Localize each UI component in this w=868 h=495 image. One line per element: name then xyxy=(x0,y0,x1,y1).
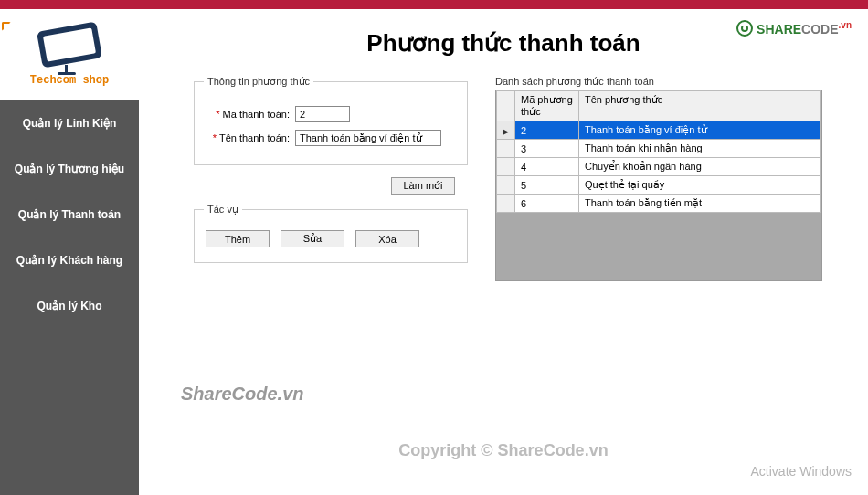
sidebar-item-thanh-toan[interactable]: Quản lý Thanh toán xyxy=(0,192,139,237)
page-title: Phương thức thanh toán xyxy=(157,29,850,58)
info-legend: Thông tin phương thức xyxy=(204,76,313,88)
grid-wrap: Mã phương thức Tên phương thức ▶2Thanh t… xyxy=(495,90,822,281)
cell-name[interactable]: Thanh toán bằng ví điện tử xyxy=(579,121,821,140)
row-header-cell[interactable] xyxy=(497,176,515,195)
label-code: * Mã thanh toán: xyxy=(204,109,295,120)
cell-code[interactable]: 2 xyxy=(515,121,579,140)
table-row[interactable]: 3Thanh toán khi nhận hàng xyxy=(497,140,821,158)
cell-code[interactable]: 4 xyxy=(515,158,579,176)
watermark-copyright: Copyright © ShareCode.vn xyxy=(398,441,608,460)
cell-name[interactable]: Chuyển khoản ngân hàng xyxy=(579,158,821,176)
sidebar-item-thuong-hieu[interactable]: Quản lý Thương hiệu xyxy=(0,146,139,192)
actions-groupbox: Tác vụ Thêm Sửa Xóa xyxy=(194,204,468,263)
info-groupbox: Thông tin phương thức * Mã thanh toán: *… xyxy=(194,76,468,165)
row-header-cell[interactable] xyxy=(497,158,515,176)
sidebar-item-linh-kien[interactable]: Quản lý Linh Kiện xyxy=(0,100,139,146)
logo-area: Techcom shop xyxy=(0,9,139,100)
table-row[interactable]: 5Quẹt thẻ tại quầy xyxy=(497,176,821,195)
label-name: * Tên thanh toán: xyxy=(204,132,295,143)
add-button[interactable]: Thêm xyxy=(206,230,270,248)
col-code[interactable]: Mã phương thức xyxy=(515,91,579,121)
row-name: * Tên thanh toán: xyxy=(204,130,458,146)
cell-name[interactable]: Thanh toán bằng tiền mặt xyxy=(579,195,821,213)
decorative-corner-icon xyxy=(2,22,11,31)
edit-button[interactable]: Sửa xyxy=(281,230,344,248)
activate-windows-text: Activate Windows xyxy=(751,464,852,479)
payment-grid[interactable]: Mã phương thức Tên phương thức ▶2Thanh t… xyxy=(496,90,821,213)
cell-code[interactable]: 5 xyxy=(515,176,579,195)
left-column: Thông tin phương thức * Mã thanh toán: *… xyxy=(194,76,468,274)
label-code-text: Mã thanh toán: xyxy=(223,109,290,120)
cell-name[interactable]: Thanh toán khi nhận hàng xyxy=(579,140,821,158)
sidebar-item-khach-hang[interactable]: Quản lý Khách hàng xyxy=(0,237,139,283)
cell-code[interactable]: 3 xyxy=(515,140,579,158)
refresh-button[interactable]: Làm mới xyxy=(391,177,455,195)
sidebar: Techcom shop Quản lý Linh Kiện Quản lý T… xyxy=(0,9,139,495)
actions-legend: Tác vụ xyxy=(204,204,242,216)
sidebar-item-kho[interactable]: Quản lý Kho xyxy=(0,283,139,329)
top-accent-bar xyxy=(0,0,868,9)
table-row[interactable]: 4Chuyển khoản ngân hàng xyxy=(497,158,821,176)
monitor-icon xyxy=(37,25,101,68)
label-name-text: Tên thanh toán: xyxy=(219,132,290,143)
app-container: Techcom shop Quản lý Linh Kiện Quản lý T… xyxy=(0,9,868,495)
row-header-cell[interactable] xyxy=(497,140,515,158)
cell-code[interactable]: 6 xyxy=(515,195,579,213)
main-content: SHARECODE.vn Phương thức thanh toán Thôn… xyxy=(139,9,868,495)
input-name[interactable] xyxy=(295,130,441,146)
shop-name: Techcom shop xyxy=(30,74,109,87)
table-row[interactable]: ▶2Thanh toán bằng ví điện tử xyxy=(497,121,821,140)
delete-button[interactable]: Xóa xyxy=(355,230,419,248)
refresh-row: Làm mới xyxy=(194,176,468,195)
input-code[interactable] xyxy=(295,106,350,122)
col-row-header xyxy=(497,91,515,121)
cell-name[interactable]: Quẹt thẻ tại quầy xyxy=(579,176,821,195)
content-row: Thông tin phương thức * Mã thanh toán: *… xyxy=(194,76,850,281)
actions-row: Thêm Sửa Xóa xyxy=(204,226,458,251)
col-name[interactable]: Tên phương thức xyxy=(579,91,821,121)
list-header: Danh sách phương thức thanh toán xyxy=(495,76,822,88)
row-header-cell[interactable]: ▶ xyxy=(497,121,515,140)
row-header-cell[interactable] xyxy=(497,195,515,213)
watermark-sharecode-text: ShareCode.vn xyxy=(181,384,303,405)
row-code: * Mã thanh toán: xyxy=(204,106,458,122)
row-indicator-icon: ▶ xyxy=(503,127,509,136)
table-row[interactable]: 6Thanh toán bằng tiền mặt xyxy=(497,195,821,213)
right-column: Danh sách phương thức thanh toán Mã phươ… xyxy=(495,76,850,281)
